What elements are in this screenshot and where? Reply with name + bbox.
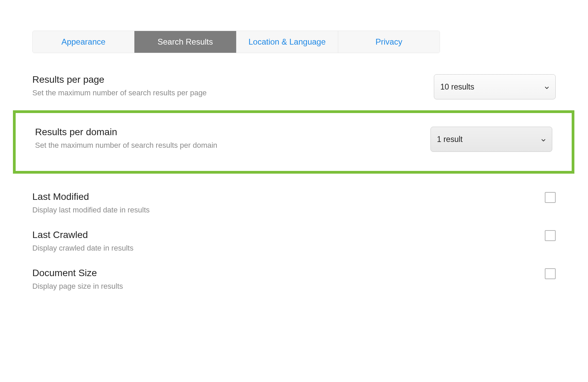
setting-last-modified: Last Modified Display last modified date…	[32, 184, 556, 222]
tab-location-language[interactable]: Location & Language	[236, 31, 338, 53]
settings-list: Results per page Set the maximum number …	[0, 67, 588, 298]
chevron-down-icon	[540, 136, 546, 142]
document-size-checkbox[interactable]	[545, 268, 556, 279]
results-per-page-select[interactable]: 10 results	[434, 74, 556, 99]
setting-control	[545, 268, 556, 279]
setting-text: Results per page Set the maximum number …	[32, 74, 434, 97]
highlighted-setting: Results per domain Set the maximum numbe…	[13, 110, 574, 174]
setting-results-per-domain: Results per domain Set the maximum numbe…	[35, 120, 552, 152]
setting-control: 1 result	[430, 127, 552, 152]
setting-desc: Set the maximum number of search results…	[35, 141, 417, 150]
last-crawled-checkbox[interactable]	[545, 230, 556, 241]
setting-control	[545, 191, 556, 203]
last-modified-checkbox[interactable]	[545, 192, 556, 203]
setting-desc: Set the maximum number of search results…	[32, 89, 420, 97]
setting-document-size: Document Size Display page size in resul…	[32, 260, 556, 298]
select-value: 10 results	[440, 82, 474, 92]
setting-desc: Display last modified date in results	[32, 206, 531, 214]
setting-text: Last Crawled Display crawled date in res…	[32, 229, 545, 253]
setting-title: Last Crawled	[32, 229, 531, 240]
settings-page: Appearance Search Results Location & Lan…	[0, 0, 588, 382]
setting-last-crawled: Last Crawled Display crawled date in res…	[32, 222, 556, 260]
setting-title: Results per page	[32, 74, 420, 85]
tab-appearance[interactable]: Appearance	[33, 31, 134, 53]
chevron-down-icon	[544, 84, 550, 90]
results-per-domain-select[interactable]: 1 result	[430, 127, 552, 152]
setting-text: Results per domain Set the maximum numbe…	[35, 127, 430, 150]
tab-search-results[interactable]: Search Results	[134, 31, 236, 53]
tabs-bar: Appearance Search Results Location & Lan…	[32, 31, 440, 53]
setting-text: Last Modified Display last modified date…	[32, 191, 545, 214]
setting-title: Results per domain	[35, 127, 417, 138]
setting-desc: Display crawled date in results	[32, 244, 531, 253]
setting-control: 10 results	[434, 74, 556, 99]
setting-desc: Display page size in results	[32, 282, 531, 291]
setting-title: Last Modified	[32, 191, 531, 202]
setting-results-per-page: Results per page Set the maximum number …	[32, 67, 556, 107]
select-value: 1 result	[437, 135, 462, 144]
setting-text: Document Size Display page size in resul…	[32, 268, 545, 291]
setting-control	[545, 229, 556, 241]
tab-privacy[interactable]: Privacy	[338, 31, 440, 53]
setting-title: Document Size	[32, 268, 531, 278]
